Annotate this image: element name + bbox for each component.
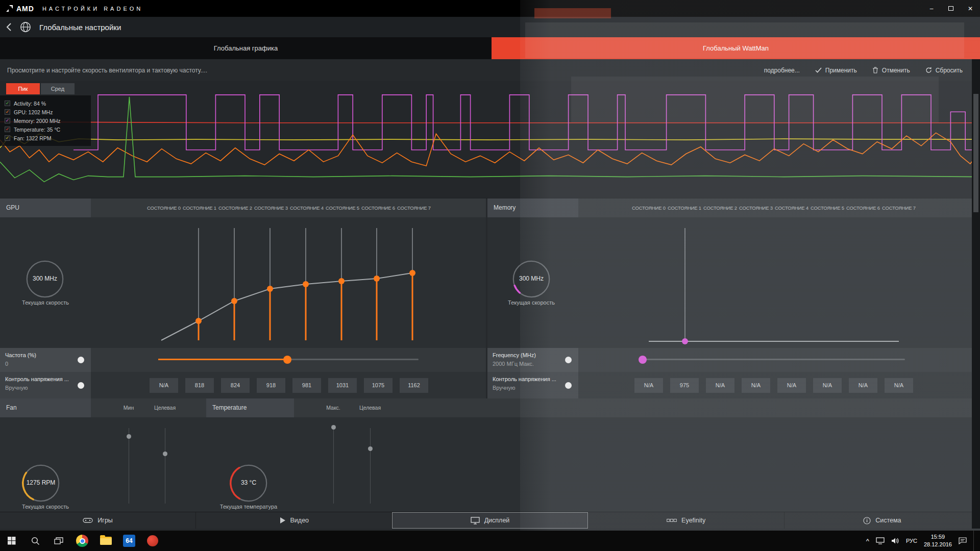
legend-item[interactable]: ✓Memory: 2000 MHz <box>5 116 86 125</box>
gpu-state-value[interactable]: 824 <box>221 378 250 393</box>
minimize-icon: – <box>930 5 934 12</box>
wattman-toolbar: Просмотрите и настройте скорость вентиля… <box>0 59 980 81</box>
volume-tray-button[interactable] <box>891 537 899 544</box>
task-view-button[interactable] <box>47 531 70 551</box>
gpu-curve-handle[interactable] <box>195 318 202 324</box>
memory-state-value[interactable]: N/A <box>813 378 842 393</box>
series-temperature <box>0 122 980 123</box>
navbar: Глобальные настройки <box>0 17 980 37</box>
scrollbar[interactable] <box>972 59 980 529</box>
apply-button[interactable]: Применить <box>815 67 857 74</box>
nav-system[interactable]: Система <box>785 512 980 529</box>
more-link[interactable]: подробнее... <box>764 67 800 74</box>
gpu-curve-handle[interactable] <box>231 298 237 304</box>
hwinfo64-button[interactable]: 64 <box>117 531 141 551</box>
peak-tab[interactable]: Пик <box>6 83 40 94</box>
file-explorer-button[interactable] <box>94 531 117 551</box>
avg-tab[interactable]: Сред <box>41 83 75 94</box>
reset-button[interactable]: Сбросить <box>925 67 963 74</box>
gpu-state-value[interactable]: 981 <box>292 378 321 393</box>
memory-curve-handle[interactable] <box>682 338 688 344</box>
legend-check-icon: ✓ <box>5 101 10 106</box>
nav-display[interactable]: Дисплей <box>392 512 588 529</box>
legend-item[interactable]: ✓Activity: 84 % <box>5 99 86 108</box>
fan-target-handle[interactable] <box>163 452 167 456</box>
fan-target-slider[interactable] <box>165 428 165 504</box>
search-button[interactable] <box>23 531 47 551</box>
gpu-curve-handle[interactable] <box>267 286 273 292</box>
legend-item[interactable]: ✓Fan: 1322 RPM <box>5 134 86 142</box>
windows-icon <box>8 537 16 545</box>
temp-max-slider[interactable] <box>333 428 334 504</box>
temp-target-slider[interactable] <box>370 428 371 504</box>
radeon-icon <box>147 535 158 546</box>
legend-item[interactable]: ✓Temperature: 35 °C <box>5 125 86 134</box>
gpu-state-value[interactable]: 918 <box>257 378 285 393</box>
memory-state-value[interactable]: N/A <box>849 378 877 393</box>
gpu-voltage-label: Контроль напряжения ... <box>5 376 69 382</box>
nav-video[interactable]: Видео <box>196 512 392 529</box>
network-tray-button[interactable] <box>876 537 885 544</box>
top-tabs: Глобальная графика Глобальный WattMan <box>0 37 980 59</box>
clock[interactable]: 15:59 28.12.2016 <box>924 533 952 548</box>
radeon-tray-button[interactable] <box>141 531 164 551</box>
memory-state-value[interactable]: N/A <box>706 378 734 393</box>
tray-expand-button[interactable]: ^ <box>866 537 869 545</box>
memory-state-value[interactable]: N/A <box>742 378 770 393</box>
memory-state-value[interactable]: N/A <box>885 378 913 393</box>
gpu-curve-handle[interactable] <box>374 276 380 282</box>
gpu-curve-handle[interactable] <box>303 281 309 287</box>
gpu-state-value[interactable]: 1162 <box>400 378 428 393</box>
close-button[interactable]: ✕ <box>961 0 980 17</box>
minimize-button[interactable]: – <box>922 0 941 17</box>
memory-voltage-toggle[interactable] <box>565 382 572 389</box>
memory-state-value[interactable]: 975 <box>670 378 699 393</box>
bottom-nav: Игры Видео Дисплей Eyefinity Система <box>0 512 980 529</box>
gpu-voltage-toggle[interactable] <box>78 382 84 389</box>
memory-frequency-slider-knob[interactable] <box>639 356 647 364</box>
start-button[interactable] <box>0 531 23 551</box>
maximize-button[interactable] <box>941 0 961 17</box>
show-desktop-button[interactable] <box>973 531 976 551</box>
memory-voltage-label: Контроль напряжения ... <box>493 376 556 382</box>
apply-button-label: Применить <box>825 67 857 74</box>
gpu-state-value[interactable]: 1075 <box>364 378 393 393</box>
speaker-icon <box>891 537 899 544</box>
fan-min-slider[interactable] <box>129 428 129 504</box>
hwinfo64-icon: 64 <box>123 535 135 547</box>
tab-global-graphics[interactable]: Глобальная графика <box>0 37 492 59</box>
gpu-frequency-toggle[interactable] <box>78 357 84 363</box>
memory-frequency-toggle[interactable] <box>565 357 572 363</box>
chrome-button[interactable] <box>70 531 94 551</box>
discard-button[interactable]: Отменить <box>872 67 910 74</box>
gpu-state-value[interactable]: 1031 <box>328 378 357 393</box>
temp-target-handle[interactable] <box>368 446 373 451</box>
gpu-frequency-value: 0 <box>5 361 8 367</box>
folder-icon <box>100 537 112 545</box>
gpu-curve-handle[interactable] <box>409 270 415 276</box>
temp-max-handle[interactable] <box>331 425 336 430</box>
reset-button-label: Сбросить <box>936 67 963 74</box>
language-button[interactable]: РУС <box>906 538 917 544</box>
nav-eyefinity[interactable]: Eyefinity <box>589 512 785 529</box>
action-center-button[interactable] <box>959 537 967 544</box>
fan-min-handle[interactable] <box>127 434 131 439</box>
system-tray: ^ РУС 15:59 28.12.2016 <box>866 531 980 551</box>
fan-col-target: Целевая <box>146 398 184 417</box>
tab-global-wattman[interactable]: Глобальный WattMan <box>492 37 980 59</box>
memory-frequency-slider[interactable] <box>643 359 905 360</box>
gpu-frequency-slider-knob[interactable] <box>283 356 291 364</box>
gpu-curve-handle[interactable] <box>338 278 345 284</box>
nav-games[interactable]: Игры <box>0 512 196 529</box>
discard-button-label: Отменить <box>882 67 910 74</box>
memory-state-value[interactable]: N/A <box>634 378 663 393</box>
titlebar: AMD НАСТРОЙКИ RADEON – ✕ <box>0 0 980 17</box>
brand-text: AMD <box>16 5 34 13</box>
gpu-state-value[interactable]: 818 <box>185 378 214 393</box>
memory-state-value[interactable]: N/A <box>777 378 806 393</box>
gpu-state-value[interactable]: N/A <box>150 378 178 393</box>
legend-item[interactable]: ✓GPU: 1202 MHz <box>5 108 86 116</box>
scrollbar-thumb[interactable] <box>973 94 978 212</box>
back-button[interactable] <box>6 22 12 32</box>
legend-check-icon: ✓ <box>5 118 10 123</box>
